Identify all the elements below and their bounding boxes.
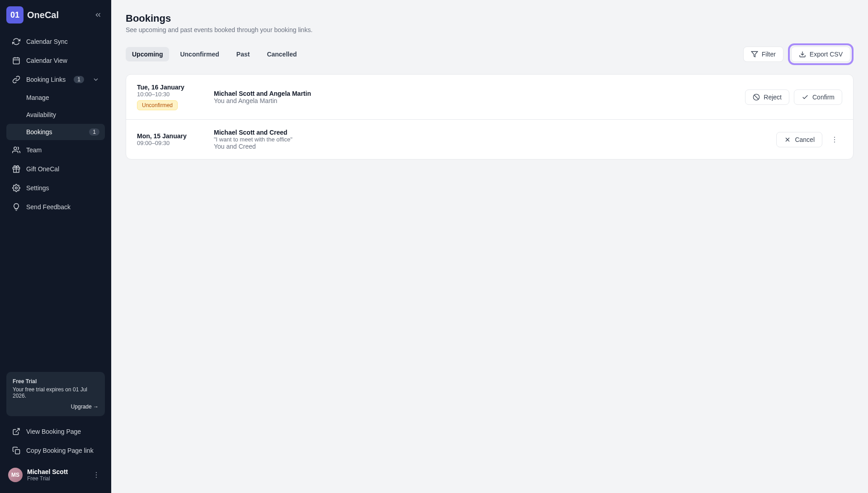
copy-booking-page-link[interactable]: Copy Booking Page link [6, 441, 105, 460]
svg-point-10 [96, 472, 97, 473]
filter-icon [751, 51, 758, 58]
more-vertical-icon [92, 471, 100, 479]
reject-label: Reject [764, 94, 782, 101]
sidebar-item-team[interactable]: Team [6, 141, 105, 159]
svg-point-19 [834, 136, 835, 137]
booking-time: 10:00–10:30 [137, 91, 200, 98]
booking-people: You and Angela Martin [214, 97, 731, 104]
brand: 01 OneCal [6, 6, 105, 23]
user-plan: Free Trial [27, 475, 68, 482]
confirm-label: Confirm [812, 94, 835, 101]
export-label: Export CSV [810, 51, 843, 58]
collapse-sidebar-button[interactable] [91, 8, 105, 22]
filter-button[interactable]: Filter [743, 47, 783, 62]
download-icon [799, 51, 806, 58]
sidebar-item-label: Availability [26, 111, 56, 118]
tabs: Upcoming Unconfirmed Past Cancelled [126, 47, 303, 61]
trial-title: Free Trial [13, 378, 99, 385]
sidebar-item-label: Bookings [26, 128, 52, 136]
external-link-icon [12, 427, 21, 436]
users-icon [12, 146, 21, 155]
main: Bookings See upcoming and past events bo… [111, 0, 868, 493]
sidebar-item-manage[interactable]: Manage [6, 89, 105, 106]
sidebar-item-calendar-sync[interactable]: Calendar Sync [6, 33, 105, 51]
svg-point-7 [15, 187, 18, 189]
svg-point-21 [834, 141, 835, 142]
booking-date: Mon, 15 January [137, 132, 200, 140]
upgrade-link[interactable]: Upgrade → [13, 404, 99, 410]
sidebar-item-label: Gift OneCal [26, 165, 59, 173]
gift-icon [12, 164, 21, 174]
badge: 1 [74, 76, 84, 83]
booking-title: Michael Scott and Angela Martin [214, 90, 731, 97]
more-button[interactable] [827, 132, 842, 147]
avatar: MS [8, 468, 23, 482]
booking-quote: "I want to meet with the office" [214, 136, 763, 143]
calendar-icon [12, 56, 21, 65]
chevrons-left-icon [94, 11, 102, 19]
tab-cancelled[interactable]: Cancelled [260, 47, 303, 61]
cancel-button[interactable]: Cancel [776, 132, 822, 147]
sidebar: 01 OneCal Calendar Sync Calendar View Bo… [0, 0, 111, 493]
booking-info: Michael Scott and Creed "I want to meet … [214, 129, 763, 150]
reject-button[interactable]: Reject [745, 89, 789, 105]
booking-time: 09:00–09:30 [137, 140, 200, 146]
tab-unconfirmed[interactable]: Unconfirmed [174, 47, 225, 61]
sidebar-item-label: View Booking Page [26, 428, 81, 435]
lightbulb-icon [12, 202, 21, 211]
page-title: Bookings [126, 13, 854, 24]
view-booking-page-link[interactable]: View Booking Page [6, 423, 105, 441]
user-name: Michael Scott [27, 468, 68, 475]
booking-actions: Cancel [776, 132, 842, 147]
booking-date: Tue, 16 January [137, 84, 200, 91]
close-icon [784, 136, 791, 143]
confirm-button[interactable]: Confirm [794, 89, 842, 105]
tab-upcoming[interactable]: Upcoming [126, 47, 169, 61]
copy-icon [12, 446, 21, 455]
booking-row: Tue, 16 January 10:00–10:30 Unconfirmed … [126, 75, 853, 119]
trial-text: Your free trial expires on 01 Jul 2026. [13, 386, 99, 399]
svg-marker-13 [751, 52, 757, 57]
badge: 1 [89, 128, 99, 136]
sidebar-item-label: Settings [26, 184, 49, 192]
sidebar-item-label: Booking Links [26, 76, 66, 83]
ban-icon [753, 94, 760, 101]
cancel-label: Cancel [795, 136, 815, 143]
tab-past[interactable]: Past [230, 47, 256, 61]
bottom-links: View Booking Page Copy Booking Page link [6, 423, 105, 460]
sidebar-item-label: Send Feedback [26, 203, 71, 211]
nav: Calendar Sync Calendar View Booking Link… [6, 33, 105, 216]
link-icon [12, 75, 21, 84]
svg-line-8 [16, 428, 19, 432]
sidebar-item-settings[interactable]: Settings [6, 179, 105, 197]
svg-rect-9 [15, 450, 20, 454]
user-info: Michael Scott Free Trial [27, 468, 68, 482]
chevron-down-icon [92, 76, 99, 83]
sidebar-item-label: Calendar View [26, 57, 67, 64]
booking-actions: Reject Confirm [745, 89, 842, 105]
svg-line-16 [755, 95, 759, 99]
sidebar-item-gift[interactable]: Gift OneCal [6, 160, 105, 178]
filter-label: Filter [762, 51, 776, 58]
svg-point-12 [96, 477, 97, 478]
trial-box: Free Trial Your free trial expires on 01… [6, 372, 105, 416]
sidebar-item-availability[interactable]: Availability [6, 107, 105, 123]
refresh-icon [12, 37, 21, 46]
svg-rect-0 [13, 58, 19, 64]
booking-date-block: Tue, 16 January 10:00–10:30 Unconfirmed [137, 84, 200, 110]
sidebar-item-booking-links[interactable]: Booking Links 1 [6, 70, 105, 89]
svg-point-11 [96, 474, 97, 475]
brand-logo: 01 [6, 6, 24, 23]
booking-people: You and Creed [214, 143, 763, 150]
toolbar: Upcoming Unconfirmed Past Cancelled Filt… [126, 43, 854, 65]
user-row: MS Michael Scott Free Trial [6, 463, 105, 487]
sidebar-item-bookings[interactable]: Bookings 1 [6, 124, 105, 140]
sidebar-item-label: Copy Booking Page link [26, 447, 94, 454]
sidebar-item-feedback[interactable]: Send Feedback [6, 198, 105, 216]
export-csv-button[interactable]: Export CSV [791, 47, 850, 62]
sidebar-item-label: Manage [26, 94, 49, 101]
export-highlight: Export CSV [788, 43, 854, 65]
user-menu-button[interactable] [90, 468, 103, 482]
booking-info: Michael Scott and Angela Martin You and … [214, 90, 731, 104]
sidebar-item-calendar-view[interactable]: Calendar View [6, 52, 105, 70]
